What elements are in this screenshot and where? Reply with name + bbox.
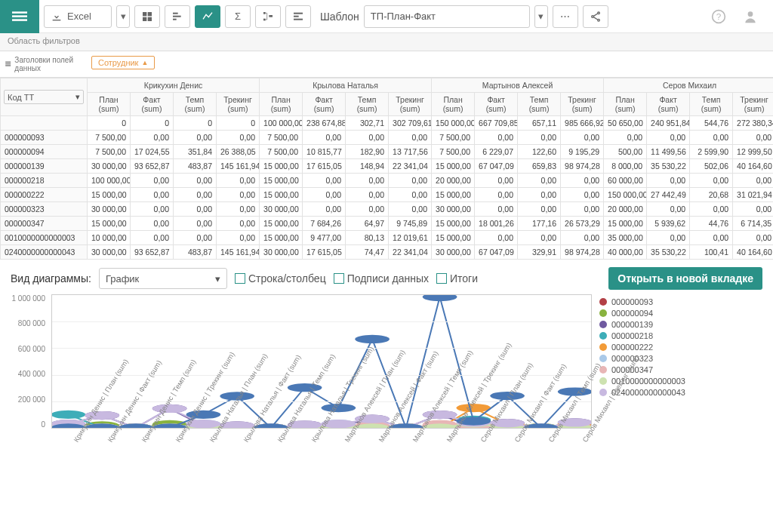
cell: 0,00	[518, 231, 561, 245]
cell: 177,16	[518, 217, 561, 231]
legend-item[interactable]: 000000222	[611, 343, 653, 352]
cell: 0,00	[475, 188, 518, 202]
cell: 10 815,77	[303, 145, 346, 159]
col-header-measure[interactable]: План(sum)	[88, 93, 131, 116]
export-excel-label: Excel	[67, 11, 91, 22]
filter-area[interactable]: Область фильтров	[0, 33, 773, 51]
cell: 17 615,05	[303, 159, 346, 174]
table-view-button[interactable]	[134, 5, 160, 28]
col-header-measure[interactable]: План(sum)	[604, 93, 647, 116]
column-field-employee[interactable]: Сотрудник▲	[91, 56, 155, 69]
col-header-measure[interactable]: Трекинг(sum)	[217, 93, 260, 116]
row-field-select[interactable]: Код ТТ▾	[4, 90, 84, 104]
cell: 0,00	[217, 174, 260, 188]
cell: 145 161,94	[217, 159, 260, 174]
legend-item[interactable]: 000000094	[611, 309, 653, 318]
svg-rect-25	[5, 65, 11, 66]
menu-button[interactable]	[0, 0, 39, 33]
col-header-measure[interactable]: Темп(sum)	[346, 93, 389, 116]
cell: 0,00	[647, 131, 690, 145]
col-header-measure[interactable]: Трекинг(sum)	[733, 93, 773, 116]
cell: 15 000,00	[88, 188, 131, 202]
sigma-button[interactable]: Σ	[225, 5, 251, 28]
cell: 6 714,35	[733, 217, 773, 231]
cell: 0	[131, 116, 174, 131]
cell: 9 195,29	[561, 145, 604, 159]
col-header-measure[interactable]: Темп(sum)	[518, 93, 561, 116]
chk-totals[interactable]: Итоги	[436, 272, 478, 284]
col-header-measure[interactable]: Темп(sum)	[174, 93, 217, 116]
more-options-button[interactable]: ⋯	[553, 5, 578, 28]
cell: 0,00	[131, 131, 174, 145]
col-header-measure[interactable]: Темп(sum)	[690, 93, 733, 116]
cell: 544,76	[690, 116, 733, 131]
cell: 0,00	[647, 202, 690, 217]
help-icon[interactable]: ?	[705, 9, 732, 24]
open-new-tab-button[interactable]: Открыть в новой вкладке	[608, 267, 762, 290]
chk-data-labels[interactable]: Подписи данных	[334, 272, 429, 284]
row-header[interactable]	[1, 116, 88, 131]
cell: 240 951,84	[647, 116, 690, 131]
col-header-measure[interactable]: План(sum)	[260, 93, 303, 116]
row-header[interactable]: 000000093	[1, 131, 88, 145]
detail-view-button[interactable]	[285, 5, 311, 28]
col-header-employee[interactable]: Крылова Наталья	[260, 78, 432, 93]
col-header-employee[interactable]: Крикухин Денис	[88, 78, 260, 93]
row-header[interactable]: 000000094	[1, 145, 88, 159]
row-header[interactable]: 000000139	[1, 159, 88, 174]
export-dropdown[interactable]: ▾	[116, 5, 130, 28]
export-excel-button[interactable]: Excel	[44, 5, 112, 28]
legend-item[interactable]: 000000093	[611, 297, 653, 306]
cell: 0,00	[475, 231, 518, 245]
cell: 10 000,00	[88, 231, 131, 245]
cell: 0,00	[389, 174, 432, 188]
svg-rect-13	[269, 15, 273, 17]
row-header[interactable]: 000000222	[1, 188, 88, 202]
row-header[interactable]: 000000218	[1, 174, 88, 188]
cell: 0,00	[690, 202, 733, 217]
row-header[interactable]: 0010000000000003	[1, 231, 88, 245]
legend-item[interactable]: 000000218	[611, 331, 653, 340]
svg-point-179	[355, 335, 390, 343]
col-header-measure[interactable]: Факт(sum)	[647, 93, 690, 116]
col-header-employee[interactable]: Мартынов Алексей	[432, 78, 604, 93]
cell: 0,00	[303, 174, 346, 188]
chart-plot: 1 000 000800 000600 000400 000200 0000	[11, 293, 592, 436]
col-header-measure[interactable]: Факт(sum)	[303, 93, 346, 116]
row-header[interactable]: 000000323	[1, 202, 88, 217]
row-header[interactable]: 000000347	[1, 217, 88, 231]
pivot-table: Код ТТ▾Крикухин ДенисКрылова НатальяМарт…	[0, 78, 773, 260]
svg-point-22	[748, 11, 753, 17]
cell: 667 709,85	[475, 116, 518, 131]
cell: 238 674,88	[303, 116, 346, 131]
legend-item[interactable]: 000000139	[611, 320, 653, 329]
bar-chart-button[interactable]	[165, 5, 190, 28]
col-header-employee[interactable]: Серов Михаил	[604, 78, 773, 93]
cell: 182,90	[346, 145, 389, 159]
template-dropdown[interactable]: ▾	[534, 5, 548, 28]
chart-type-select[interactable]: График▾	[99, 268, 227, 289]
cell: 93 652,87	[131, 245, 174, 260]
col-header-measure[interactable]: План(sum)	[432, 93, 475, 116]
cell: 15 000,00	[604, 217, 647, 231]
line-chart-button[interactable]	[195, 5, 220, 28]
cell: 0	[88, 116, 131, 131]
legend-item[interactable]: 0240000000000043	[611, 388, 685, 397]
share-button[interactable]	[583, 5, 608, 28]
user-icon[interactable]	[737, 9, 764, 24]
cell: 0,00	[604, 131, 647, 145]
cell: 13 717,56	[389, 145, 432, 159]
row-header[interactable]: 0240000000000043	[1, 245, 88, 260]
tree-view-button[interactable]	[255, 5, 281, 28]
cell: 35 000,00	[604, 231, 647, 245]
col-header-measure[interactable]: Трекинг(sum)	[561, 93, 604, 116]
col-header-measure[interactable]: Трекинг(sum)	[389, 93, 432, 116]
col-header-measure[interactable]: Факт(sum)	[131, 93, 174, 116]
cell: 0,00	[346, 131, 389, 145]
cell: 0	[174, 116, 217, 131]
col-header-measure[interactable]: Факт(sum)	[475, 93, 518, 116]
svg-rect-12	[263, 18, 266, 20]
template-select[interactable]: ТП-План-Факт	[364, 5, 530, 28]
svg-rect-6	[143, 17, 146, 20]
chk-row-column[interactable]: Строка/столбец	[235, 272, 326, 284]
